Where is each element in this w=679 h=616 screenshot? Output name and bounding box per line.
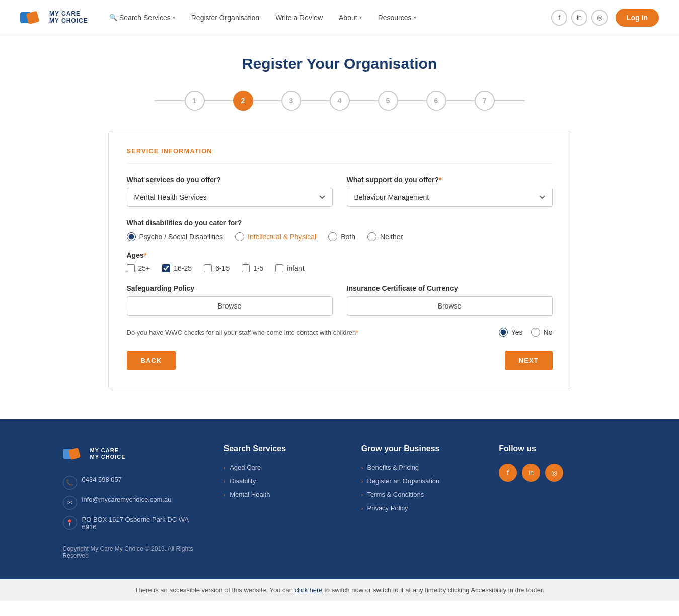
footer-link-terms[interactable]: › Terms & Conditions bbox=[361, 491, 479, 498]
wwc-text: Do you have WWC checks for all your staf… bbox=[127, 329, 491, 336]
footer-search-col: Search Services › Aged Care › Disability… bbox=[224, 444, 341, 559]
email-icon: ✉ bbox=[63, 496, 77, 510]
ages-label: Ages* bbox=[127, 251, 553, 259]
step-5[interactable]: 5 bbox=[378, 91, 398, 111]
footer-logo-icon bbox=[63, 444, 86, 464]
footer-brand-col: MY CARE MY CHOICE 📞 0434 598 057 ✉ info@… bbox=[63, 444, 204, 559]
footer-logo-text1: MY CARE bbox=[90, 447, 126, 454]
wwc-yes-radio[interactable]: Yes bbox=[499, 328, 523, 337]
footer-link-register-org[interactable]: › Register an Organisation bbox=[361, 477, 479, 485]
step-3[interactable]: 3 bbox=[281, 91, 301, 111]
footer-linkedin-icon[interactable]: in bbox=[522, 464, 540, 482]
linkedin-icon[interactable]: in bbox=[571, 10, 587, 26]
footer-copyright: Copyright My Care My Choice © 2019. All … bbox=[63, 545, 204, 559]
footer-link-mental-health[interactable]: › Mental Health bbox=[224, 491, 341, 498]
footer-grow-col: Grow your Business › Benefits & Pricing … bbox=[361, 444, 479, 559]
step-2[interactable]: 2 bbox=[233, 91, 253, 111]
insurance-group: Insurance Certificate of Currency Browse bbox=[347, 284, 553, 316]
arrow-icon: › bbox=[361, 505, 363, 511]
nav-about[interactable]: About ▾ bbox=[332, 14, 369, 22]
step-4[interactable]: 4 bbox=[330, 91, 350, 111]
back-button[interactable]: BACK bbox=[127, 351, 176, 370]
footer-link-benefits[interactable]: › Benefits & Pricing bbox=[361, 464, 479, 471]
stepper: 1 2 3 4 5 6 7 bbox=[108, 91, 571, 111]
checkbox-25plus[interactable]: 25+ bbox=[127, 264, 150, 272]
footer-facebook-icon[interactable]: f bbox=[499, 464, 517, 482]
footer-link-privacy[interactable]: › Privacy Policy bbox=[361, 504, 479, 512]
logo-text: MY CARE bbox=[49, 11, 88, 17]
navbar-social: f in ◎ bbox=[551, 10, 608, 26]
ages-group: Ages* 25+ 16-25 6-15 1-5 bbox=[127, 251, 553, 272]
disabilities-label: What disabilities do you cater for? bbox=[127, 219, 553, 227]
radio-neither[interactable]: Neither bbox=[367, 232, 403, 241]
arrow-icon: › bbox=[224, 465, 226, 471]
safeguarding-browse-button[interactable]: Browse bbox=[127, 296, 333, 316]
wwc-no-radio[interactable]: No bbox=[531, 328, 553, 337]
step-1[interactable]: 1 bbox=[185, 91, 205, 111]
step-7[interactable]: 7 bbox=[475, 91, 495, 111]
form-card: SERVICE INFORMATION What services do you… bbox=[108, 131, 571, 389]
safeguarding-group: Safeguarding Policy Browse bbox=[127, 284, 333, 316]
insurance-label: Insurance Certificate of Currency bbox=[347, 284, 553, 292]
footer-phone: 📞 0434 598 057 bbox=[63, 476, 204, 490]
next-button[interactable]: NEXT bbox=[505, 351, 553, 370]
arrow-icon: › bbox=[361, 465, 363, 471]
footer-address: 📍 PO BOX 1617 Osborne Park DC WA 6916 bbox=[63, 516, 204, 531]
footer-grow-title: Grow your Business bbox=[361, 444, 479, 453]
login-button[interactable]: Log In bbox=[616, 9, 659, 27]
services-label: What services do you offer? bbox=[127, 176, 333, 184]
wwc-row: Do you have WWC checks for all your staf… bbox=[127, 328, 553, 337]
footer: MY CARE MY CHOICE 📞 0434 598 057 ✉ info@… bbox=[0, 419, 679, 579]
form-actions: BACK NEXT bbox=[127, 351, 553, 370]
accessibility-link[interactable]: click here bbox=[295, 586, 323, 594]
section-title: SERVICE INFORMATION bbox=[127, 147, 553, 164]
page-title: Register Your Organisation bbox=[108, 55, 571, 72]
nav-register-org[interactable]: Register Organisation bbox=[184, 14, 266, 22]
location-icon: 📍 bbox=[63, 516, 77, 530]
support-select[interactable]: Behaviour Management bbox=[347, 188, 553, 207]
logo-icon bbox=[20, 7, 45, 28]
radio-both[interactable]: Both bbox=[328, 232, 355, 241]
insurance-browse-button[interactable]: Browse bbox=[347, 296, 553, 316]
footer-logo-text2: MY CHOICE bbox=[90, 454, 126, 460]
facebook-icon[interactable]: f bbox=[551, 10, 567, 26]
safeguarding-label: Safeguarding Policy bbox=[127, 284, 333, 292]
support-label: What support do you offer?* bbox=[347, 176, 553, 184]
support-group: What support do you offer?* Behaviour Ma… bbox=[347, 176, 553, 207]
navbar: MY CARE MY CHOICE 🔍 Search Services ▾ Re… bbox=[0, 0, 679, 35]
footer-follow-col: Follow us f in ◎ bbox=[499, 444, 616, 559]
radio-intellectual[interactable]: Intellectual & Physical bbox=[235, 232, 316, 241]
checkbox-16-25[interactable]: 16-25 bbox=[162, 264, 192, 272]
arrow-icon: › bbox=[224, 478, 226, 484]
logo[interactable]: MY CARE MY CHOICE bbox=[20, 7, 88, 28]
arrow-icon: › bbox=[361, 492, 363, 498]
footer-social-group: f in ◎ bbox=[499, 464, 616, 482]
footer-search-title: Search Services bbox=[224, 444, 341, 453]
services-group: What services do you offer? Mental Healt… bbox=[127, 176, 333, 207]
nav-write-review[interactable]: Write a Review bbox=[268, 14, 330, 22]
nav-search-services[interactable]: 🔍 Search Services ▾ bbox=[102, 14, 182, 22]
footer-link-aged-care[interactable]: › Aged Care bbox=[224, 464, 341, 471]
checkbox-1-5[interactable]: 1-5 bbox=[242, 264, 263, 272]
nav-resources[interactable]: Resources ▾ bbox=[371, 14, 423, 22]
step-6[interactable]: 6 bbox=[426, 91, 446, 111]
instagram-icon[interactable]: ◎ bbox=[591, 10, 608, 26]
services-select[interactable]: Mental Health Services bbox=[127, 188, 333, 207]
checkbox-6-15[interactable]: 6-15 bbox=[204, 264, 230, 272]
radio-psycho[interactable]: Psycho / Social Disabilities bbox=[127, 232, 223, 241]
footer-follow-title: Follow us bbox=[499, 444, 616, 453]
footer-email: ✉ info@mycaremychoice.com.au bbox=[63, 496, 204, 510]
phone-icon: 📞 bbox=[63, 476, 77, 490]
arrow-icon: › bbox=[224, 492, 226, 498]
logo-text2: MY CHOICE bbox=[49, 18, 88, 24]
footer-link-disability[interactable]: › Disability bbox=[224, 477, 341, 485]
arrow-icon: › bbox=[361, 478, 363, 484]
disabilities-group: What disabilities do you cater for? Psyc… bbox=[127, 219, 553, 241]
checkbox-infant[interactable]: infant bbox=[275, 264, 304, 272]
accessibility-bar: There is an accessible version of this w… bbox=[0, 579, 679, 601]
footer-instagram-icon[interactable]: ◎ bbox=[545, 464, 563, 482]
